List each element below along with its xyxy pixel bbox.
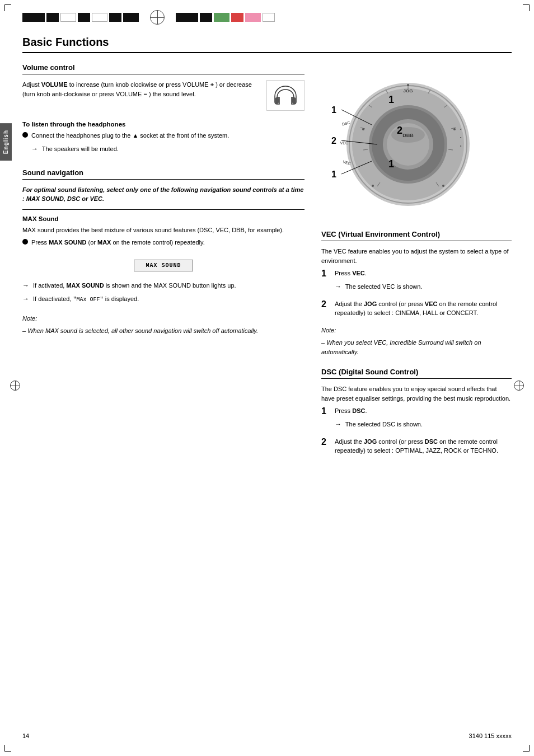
headphone-svg [271, 84, 299, 107]
dsc-step-2: 2 Adjust the JOG control (or press DSC o… [321, 437, 512, 459]
volume-control-section: Volume control Adjust VOLUME to increase… [22, 63, 305, 157]
jog-image-container: DBB JOG [321, 63, 489, 220]
two-col-layout: Volume control Adjust VOLUME to increase… [22, 63, 512, 470]
max-sound-note1: → If activated, MAX SOUND is shown and t… [22, 280, 305, 290]
rbar-seg-3 [214, 13, 229, 22]
divider-1 [22, 209, 305, 210]
bullet-dot-1 [22, 132, 28, 138]
svg-point-26 [442, 185, 444, 187]
svg-point-27 [372, 185, 374, 187]
page-footer: 14 3140 115 xxxxx [0, 732, 534, 739]
svg-rect-0 [275, 97, 279, 104]
reg-mark-right [514, 381, 524, 391]
vec-section: VEC (Virtual Environment Control) The VE… [321, 230, 512, 356]
bar-seg-3 [60, 13, 76, 22]
sound-nav-intro: For optimal sound listening, select only… [22, 185, 305, 204]
vec-step-2-content: Adjust the JOG control (or press VEC on … [335, 299, 512, 321]
corner-mark-tr [523, 4, 530, 11]
corner-mark-br [523, 745, 530, 752]
col-right: DBB JOG [321, 63, 512, 470]
max-sound-desc: MAX sound provides the best mixture of v… [22, 226, 305, 235]
bar-seg-2 [46, 13, 59, 22]
svg-point-23 [407, 84, 409, 86]
bullet-dot-2 [22, 239, 28, 245]
left-bar-group [22, 13, 139, 22]
bar-seg-5 [92, 13, 107, 22]
page-number: 14 [22, 732, 29, 739]
headphone-text: Connect the headphones plug to the ▲ soc… [31, 131, 229, 157]
label-1-bot: 1 [331, 170, 336, 180]
svg-text:DBB: DBB [402, 133, 414, 138]
max-sound-display-wrapper: MAX SOUND [22, 255, 305, 276]
reg-mark-left [10, 381, 20, 391]
max-sound-instruction: Press MAX SOUND (or MAX on the remote co… [31, 238, 205, 247]
max-sound-note2: → If deactivated, "MAx OFF" is displayed… [22, 294, 305, 304]
vec-step-2-num: 2 [321, 299, 330, 309]
headphone-image [266, 80, 305, 111]
page-title-bar: Basic Functions [22, 36, 512, 53]
vec-desc: The VEC feature enables you to adjust th… [321, 247, 512, 265]
rbar-seg-1 [176, 13, 198, 22]
dsc-step-2-content: Adjust the JOG control (or press DSC on … [335, 437, 512, 459]
dsc-step-1: 1 Press DSC. → The selected DSC is shown… [321, 406, 512, 433]
vec-step-1-content: Press VEC. → The selected VEC is shown. [335, 269, 512, 295]
vec-step-1-num: 1 [321, 269, 330, 279]
volume-control-header: Volume control [22, 63, 305, 74]
rbar-seg-5 [245, 13, 261, 22]
label-2-mid: 2 [331, 136, 336, 146]
dsc-step-1-content: Press DSC. → The selected DSC is shown. [335, 406, 512, 433]
vec-header: VEC (Virtual Environment Control) [321, 230, 512, 241]
rbar-seg-2 [200, 13, 212, 22]
vec-step-2: 2 Adjust the JOG control (or press VEC o… [321, 299, 512, 321]
bar-seg-7 [123, 13, 139, 22]
jog-label-1a: 1 [388, 94, 394, 106]
max-sound-display: MAX SOUND [134, 260, 193, 271]
note-body-max: – When MAX sound is selected, all other … [22, 326, 305, 336]
page-container: English Basic Functions Volume control [0, 0, 534, 756]
note-label-max: Note: [22, 314, 305, 323]
dsc-desc: The DSC feature enables you to enjoy spe… [321, 384, 512, 403]
corner-mark-bl [4, 745, 11, 752]
svg-rect-1 [292, 97, 296, 104]
product-code: 3140 115 xxxxx [469, 732, 512, 739]
bar-seg-6 [109, 13, 121, 22]
page-title: Basic Functions [22, 36, 109, 48]
top-bar-area [0, 0, 534, 30]
max-sound-bullet: Press MAX SOUND (or MAX on the remote co… [22, 238, 305, 251]
jog-label-2: 2 [397, 125, 402, 137]
label-1-top: 1 [331, 105, 336, 115]
headphone-subtitle: To listen through the headphones [22, 121, 305, 128]
svg-text:DSC: DSC [341, 120, 350, 126]
volume-control-text: Adjust VOLUME to increase (turn knob clo… [22, 80, 305, 98]
vec-step-1: 1 Press VEC. → The selected VEC is shown… [321, 269, 512, 295]
side-tab-english: English [0, 123, 12, 161]
reg-mark-center [150, 10, 165, 25]
svg-point-24 [453, 128, 456, 130]
bar-seg-4 [78, 13, 90, 22]
dsc-step-2-num: 2 [321, 437, 330, 447]
rbar-seg-4 [231, 13, 243, 22]
headphone-bullet: Connect the headphones plug to the ▲ soc… [22, 131, 305, 157]
corner-mark-tl [4, 4, 11, 11]
bar-seg-1 [22, 13, 45, 22]
dsc-section: DSC (Digital Sound Control) The DSC feat… [321, 368, 512, 459]
dsc-header: DSC (Digital Sound Control) [321, 368, 512, 379]
max-sound-header: MAX Sound [22, 215, 305, 222]
right-bar-group [176, 13, 275, 22]
jog-dial-svg: DBB JOG [321, 63, 484, 214]
sound-nav-header: Sound navigation [22, 168, 305, 180]
rbar-seg-6 [263, 13, 275, 22]
svg-text:JOG: JOG [404, 88, 413, 93]
sound-navigation-section: Sound navigation For optimal sound liste… [22, 168, 305, 336]
dsc-step-1-num: 1 [321, 406, 330, 416]
svg-point-25 [362, 128, 364, 130]
vec-note-label: Note: [321, 326, 512, 335]
jog-label-1b: 1 [388, 158, 394, 170]
svg-text:VEC: VEC [340, 141, 348, 145]
vec-note-body: – When you select VEC, Incredible Surrou… [321, 338, 512, 356]
main-content: Basic Functions Volume control [0, 30, 534, 492]
col-left: Volume control Adjust VOLUME to increase… [22, 63, 305, 470]
